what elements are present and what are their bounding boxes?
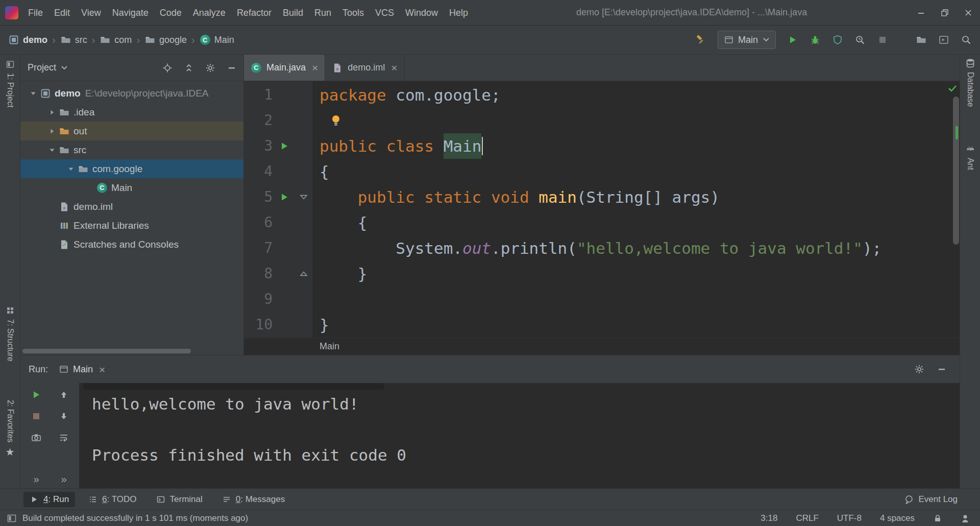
editor-tab-main-java[interactable]: CMain.java×	[244, 55, 325, 81]
soft-wrap-icon[interactable]	[58, 432, 69, 443]
breadcrumb-class[interactable]: Main	[320, 341, 339, 352]
editor-scrollbar-thumb[interactable]	[953, 97, 959, 245]
breadcrumb-item-demo[interactable]: demo	[8, 34, 47, 45]
coverage-button[interactable]	[832, 34, 843, 45]
gear-icon[interactable]	[915, 365, 924, 374]
status-4-spaces[interactable]: 4 spaces	[880, 513, 915, 523]
stripe-button-structure[interactable]: 7: Structure	[0, 306, 20, 362]
debug-button[interactable]	[810, 34, 821, 45]
rerun-button[interactable]	[31, 389, 42, 400]
status-crlf[interactable]: CRLF	[796, 513, 818, 523]
hector-inspector-icon[interactable]	[961, 514, 970, 523]
tree-item-idea[interactable]: .idea	[20, 103, 243, 122]
breadcrumb-item-google[interactable]: google	[144, 34, 187, 45]
menu-build[interactable]: Build	[277, 0, 309, 26]
stripe-button-database[interactable]: Database	[960, 59, 980, 107]
run-anything-icon[interactable]	[938, 34, 949, 45]
more-actions-icon[interactable]: »	[33, 474, 39, 484]
close-tab-icon[interactable]: ×	[391, 62, 397, 73]
status-message[interactable]: Build completed successfully in 1 s 101 …	[22, 513, 761, 523]
toolwindow-button-6-todo[interactable]: 6: TODO	[82, 492, 142, 507]
tree-item-src[interactable]: src	[20, 140, 243, 159]
run-line-icon[interactable]	[273, 141, 296, 151]
tree-item-main[interactable]: CMain	[20, 178, 243, 197]
chevron-down-icon[interactable]	[27, 90, 40, 97]
console-output[interactable]: hello,welcome to java world!Process fini…	[79, 383, 960, 488]
project-panel-title[interactable]: Project	[28, 62, 56, 73]
profiler-button[interactable]	[854, 34, 866, 45]
stripe-button-favorites[interactable]: 2: Favorites ★	[0, 400, 20, 457]
tree-item-external-libraries[interactable]: External Libraries	[20, 216, 243, 235]
breadcrumb-item-com[interactable]: com	[100, 34, 132, 45]
project-view-chevron-icon[interactable]	[61, 64, 67, 71]
menu-window[interactable]: Window	[400, 0, 444, 26]
toolwindow-button-4-run[interactable]: 4: Run	[23, 492, 75, 507]
breadcrumb-item-src[interactable]: src	[60, 34, 87, 45]
favorites-star-icon: ★	[6, 447, 15, 457]
menu-view[interactable]: View	[76, 0, 107, 26]
menu-analyze[interactable]: Analyze	[187, 0, 231, 26]
project-structure-icon[interactable]	[916, 34, 927, 45]
hide-panel-icon[interactable]	[937, 365, 946, 374]
menu-vcs[interactable]: VCS	[370, 0, 400, 26]
menu-navigate[interactable]: Navigate	[107, 0, 154, 26]
hide-panel-icon[interactable]	[227, 63, 236, 73]
code-editor[interactable]: 1package com.google;23public class Main4…	[244, 81, 960, 338]
menu-tools[interactable]: Tools	[337, 0, 370, 26]
todo-icon	[88, 495, 97, 504]
toolwindow-button-0-messages[interactable]: 0: Messages	[216, 492, 291, 507]
tree-item-demo-iml[interactable]: demo.iml	[20, 197, 243, 216]
menu-help[interactable]: Help	[444, 0, 474, 26]
close-icon[interactable]	[957, 0, 980, 25]
menu-refactor[interactable]: Refactor	[231, 0, 277, 26]
tree-item-com-google[interactable]: com.google	[20, 159, 243, 178]
lock-icon[interactable]	[933, 514, 942, 523]
chevron-right-icon[interactable]	[45, 109, 59, 115]
tree-item-scratches-and-consoles[interactable]: Scratches and Consoles	[20, 235, 243, 254]
restore-icon[interactable]	[933, 0, 957, 25]
next-occurrence-icon[interactable]	[58, 411, 69, 422]
close-tab-icon[interactable]: ×	[99, 364, 105, 375]
breadcrumb-item-main[interactable]: CMain	[200, 34, 234, 45]
fold-down-icon[interactable]	[296, 195, 311, 200]
menu-edit[interactable]: Edit	[48, 0, 76, 26]
intention-bulb-icon[interactable]	[330, 114, 342, 127]
stop-button[interactable]	[31, 411, 42, 422]
search-everywhere-icon[interactable]	[961, 34, 972, 45]
menu-code[interactable]: Code	[154, 0, 187, 26]
fold-up-icon[interactable]	[296, 271, 311, 276]
run-config-selector[interactable]: Main	[718, 31, 776, 49]
code-lines[interactable]: 1package com.google;23public class Main4…	[244, 82, 952, 338]
inspections-ok-icon[interactable]	[948, 84, 957, 93]
run-tab-main[interactable]: Main ×	[54, 362, 110, 377]
locate-file-icon[interactable]	[163, 63, 172, 73]
toolwindow-toggle-icon[interactable]	[7, 514, 16, 523]
toolwindow-button-terminal[interactable]: Terminal	[150, 492, 209, 507]
run-button[interactable]	[787, 34, 798, 45]
run-line-icon[interactable]	[273, 193, 296, 202]
stop-button[interactable]	[877, 34, 888, 45]
gear-icon[interactable]	[206, 63, 215, 73]
chevron-right-icon[interactable]	[45, 128, 59, 134]
event-log-button[interactable]: Event Log	[904, 494, 958, 505]
close-tab-icon[interactable]: ×	[312, 62, 318, 73]
editor-tab-demo-iml[interactable]: demo.iml×	[325, 55, 404, 81]
minimize-icon[interactable]	[910, 0, 933, 25]
menu-file[interactable]: File	[22, 0, 48, 26]
prev-occurrence-icon[interactable]	[58, 389, 69, 400]
menu-run[interactable]: Run	[309, 0, 337, 26]
stripe-button-ant[interactable]: Ant	[960, 145, 980, 170]
titlebar: FileEditViewNavigateCodeAnalyzeRefactorB…	[0, 0, 980, 26]
chevron-down-icon[interactable]	[64, 166, 78, 172]
horizontal-scrollbar-thumb[interactable]	[22, 349, 191, 353]
thread-dump-icon[interactable]	[31, 432, 42, 443]
chevron-down-icon[interactable]	[45, 147, 59, 153]
build-hammer-icon[interactable]	[695, 34, 706, 45]
status-utf-8[interactable]: UTF-8	[837, 513, 862, 523]
stripe-button-project[interactable]: 1: Project	[0, 60, 20, 108]
tree-item-demo[interactable]: demoE:\develop\project\java.IDEA	[20, 84, 243, 103]
collapse-all-icon[interactable]	[184, 63, 193, 73]
status-3-18[interactable]: 3:18	[761, 513, 777, 523]
more-actions-icon[interactable]: »	[61, 474, 66, 484]
tree-item-out[interactable]: out	[20, 122, 243, 140]
